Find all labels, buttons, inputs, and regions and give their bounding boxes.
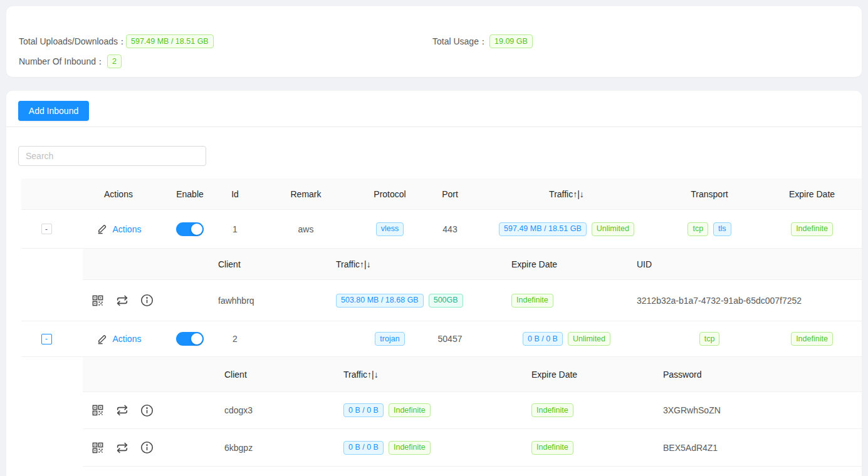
col-protocol: Protocol: [356, 189, 424, 199]
expanded-clients-inbound-2: Client Traffic↑|↓ Expire Date Password: [21, 357, 862, 467]
info-button[interactable]: [140, 440, 154, 455]
collapse-row-2-button[interactable]: -: [41, 334, 52, 344]
client-traffic-tag: 0 B / 0 B: [343, 441, 384, 455]
client-traffic-tag: 503.80 MB / 18.68 GB: [336, 294, 424, 308]
client-expire-tag: Indefinite: [531, 441, 573, 455]
info-icon: [140, 440, 154, 455]
col-transport: Transport: [657, 189, 762, 199]
client-row-6kbgpz: 6kbgpz 0 B / 0 B Indefinite Indefinite B…: [83, 429, 862, 467]
qrcode-icon: [91, 294, 105, 308]
client-password: 3XGRwhSoZN: [653, 405, 862, 415]
actions-menu-button-2[interactable]: Actions: [96, 333, 142, 345]
edit-icon: [96, 223, 108, 235]
total-uploads-downloads-label: Total Uploads/Downloads：: [19, 35, 127, 48]
traffic-tag: 597.49 MB / 18.51 GB: [499, 222, 587, 236]
client-traffic-tag: 0 B / 0 B: [343, 403, 384, 417]
client-expire-tag: Indefinite: [511, 294, 553, 308]
client-col-client: Client: [214, 370, 333, 380]
inbound-1-id: 1: [214, 224, 256, 234]
add-inbound-button[interactable]: Add Inbound: [18, 101, 89, 121]
enable-toggle-1[interactable]: [176, 222, 204, 236]
total-usage-label: Total Usage：: [432, 35, 488, 48]
client-traffic-limit-tag: 500GB: [429, 294, 463, 308]
client-col-traffic[interactable]: Traffic↑|↓: [326, 259, 501, 269]
inbound-2-port: 50457: [424, 334, 476, 344]
protocol-tag: vless: [376, 222, 404, 236]
traffic-total-tag: Unlimited: [568, 332, 610, 346]
client-password: BEX5AdR4Z1: [653, 443, 862, 453]
traffic-total-tag: Unlimited: [592, 222, 634, 236]
col-traffic-sort[interactable]: Traffic↑|↓: [476, 189, 657, 199]
client-traffic-limit-tag: Indefinite: [389, 441, 431, 455]
col-port: Port: [424, 189, 476, 199]
expanded-clients-inbound-1: Client Traffic↑|↓ Expire Date UID: [21, 249, 862, 321]
protocol-tag: trojan: [375, 332, 404, 346]
reset-traffic-icon: [115, 441, 129, 455]
client-row-cdogx3: cdogx3 0 B / 0 B Indefinite Indefinite 3…: [83, 392, 862, 429]
inbound-2-id: 2: [214, 334, 256, 344]
reset-traffic-button[interactable]: [115, 441, 129, 455]
inbound-row-2: - Actions 2 trojan 50457 0 B / 0 B Unlim…: [21, 321, 862, 357]
qrcode-button[interactable]: [91, 294, 105, 308]
expire-tag: Indefinite: [791, 222, 833, 236]
info-button[interactable]: [140, 403, 154, 418]
enable-toggle-2[interactable]: [176, 332, 204, 346]
edit-icon: [96, 333, 108, 345]
client-uid: 3212b32a-b1a7-4732-91ab-65dc007f7252: [627, 296, 862, 306]
reset-traffic-icon: [115, 403, 129, 417]
reset-traffic-button[interactable]: [115, 294, 129, 308]
inbound-1-remark: aws: [256, 224, 356, 234]
expire-tag: Indefinite: [791, 332, 833, 346]
client-col-password: Password: [653, 370, 862, 380]
inbounds-table: Actions Enable Id Remark Protocol Port T…: [21, 178, 862, 467]
inbound-row-1: - Actions 1 aws vless 443 597.49 MB / 18…: [21, 210, 862, 249]
col-id: Id: [214, 189, 256, 199]
actions-menu-button-1[interactable]: Actions: [96, 223, 142, 235]
col-remark: Remark: [256, 189, 356, 199]
reset-traffic-icon: [115, 294, 129, 308]
info-button[interactable]: [140, 293, 154, 308]
clients-header-row-2: Client Traffic↑|↓ Expire Date Password: [83, 357, 862, 392]
qrcode-icon: [91, 403, 105, 417]
card-divider: [6, 127, 862, 127]
client-col-expire: Expire Date: [521, 370, 653, 380]
table-header-row: Actions Enable Id Remark Protocol Port T…: [21, 178, 862, 210]
traffic-tag: 0 B / 0 B: [523, 332, 563, 346]
clients-header-row-1: Client Traffic↑|↓ Expire Date UID: [83, 249, 862, 280]
qrcode-button[interactable]: [91, 403, 105, 417]
qrcode-icon: [91, 441, 105, 455]
client-name: cdogx3: [214, 405, 333, 415]
transport-tls-tag: tls: [713, 222, 731, 236]
transport-tcp-tag: tcp: [688, 222, 708, 236]
qrcode-button[interactable]: [91, 441, 105, 455]
client-row-fawhhbrq: fawhhbrq 503.80 MB / 18.68 GB 500GB Inde…: [83, 280, 862, 321]
client-col-expire: Expire Date: [501, 259, 627, 269]
reset-traffic-button[interactable]: [115, 403, 129, 417]
client-name: fawhhbrq: [208, 296, 326, 306]
info-icon: [140, 403, 154, 418]
client-expire-tag: Indefinite: [531, 403, 573, 417]
total-usage-value: 19.09 GB: [489, 34, 533, 48]
inbound-1-port: 443: [424, 224, 476, 234]
client-traffic-limit-tag: Indefinite: [389, 403, 431, 417]
client-name: 6kbgpz: [214, 443, 333, 453]
col-actions: Actions: [71, 189, 165, 199]
collapse-row-1-button[interactable]: -: [41, 224, 52, 234]
col-expire-date: Expire Date: [762, 189, 862, 199]
inbound-count-value: 2: [107, 54, 122, 68]
total-uploads-downloads-value: 597.49 MB / 18.51 GB: [126, 34, 214, 48]
info-icon: [140, 293, 154, 308]
inbounds-card: Add Inbound Actions Enable Id Remark Pro…: [6, 91, 862, 476]
transport-tcp-tag: tcp: [699, 332, 720, 346]
search-input[interactable]: [18, 146, 206, 166]
client-col-traffic[interactable]: Traffic↑|↓: [333, 370, 521, 380]
client-col-client: Client: [208, 259, 326, 269]
inbound-count-label: Number Of Inbound：: [19, 55, 105, 68]
stats-card: Total Uploads/Downloads： 597.49 MB / 18.…: [6, 6, 862, 77]
actions-label: Actions: [113, 224, 142, 234]
client-col-uid: UID: [627, 259, 862, 269]
actions-label: Actions: [113, 334, 142, 344]
col-enable: Enable: [165, 189, 214, 199]
